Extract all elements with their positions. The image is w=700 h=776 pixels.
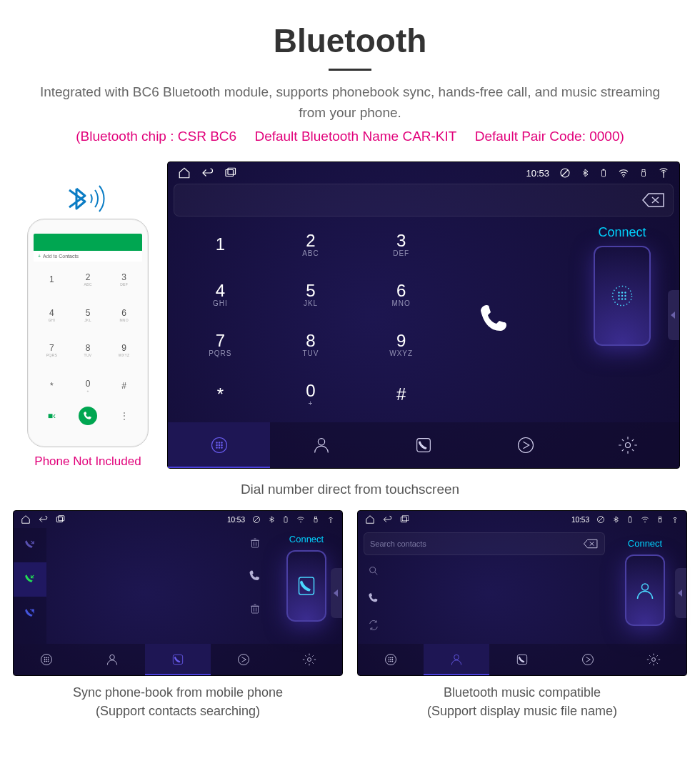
head-unit-main: 10:53 12ABC3DEF4GHI5JKL6MNO7PQRS8TUV9WXY… <box>167 161 680 469</box>
key-8[interactable]: 8TUV <box>266 319 356 368</box>
tab-dialed-calls[interactable] <box>14 597 46 631</box>
svg-rect-57 <box>173 655 182 664</box>
delete-entry-icon[interactable] <box>249 537 261 552</box>
nav-contacts[interactable] <box>79 644 145 675</box>
sync-icon[interactable] <box>368 620 601 634</box>
svg-point-78 <box>389 661 389 662</box>
nav-call-log[interactable] <box>372 422 474 468</box>
key-7[interactable]: 7PQRS <box>34 333 70 369</box>
bluetooth-status-icon <box>612 515 619 524</box>
svg-point-58 <box>239 655 249 665</box>
key-4[interactable]: 4GHI <box>34 297 70 333</box>
key-#[interactable]: # <box>356 369 446 418</box>
svg-point-23 <box>216 444 216 445</box>
key-3[interactable]: 3DEF <box>106 262 142 297</box>
nav-music[interactable] <box>211 644 276 675</box>
bottom-nav <box>358 644 686 675</box>
key-5[interactable]: 5JKL <box>266 269 356 318</box>
key-9[interactable]: 9WXYZ <box>356 319 446 368</box>
nav-settings[interactable] <box>621 644 686 675</box>
key-8[interactable]: 8TUV <box>70 333 106 369</box>
search-icon[interactable] <box>368 565 601 579</box>
back-icon[interactable] <box>382 514 392 524</box>
bluetooth-phone-icon[interactable] <box>286 550 326 622</box>
nav-call-log[interactable] <box>145 644 211 675</box>
svg-point-16 <box>618 298 619 299</box>
key-2[interactable]: 2ABC <box>70 262 106 297</box>
nav-contacts[interactable] <box>424 644 489 675</box>
nav-call-log[interactable] <box>489 644 555 675</box>
tab-missed-calls[interactable] <box>14 528 46 562</box>
back-icon[interactable] <box>38 514 48 524</box>
svg-point-53 <box>44 661 45 662</box>
back-icon[interactable] <box>201 166 214 179</box>
key-0[interactable]: 0+ <box>70 368 106 404</box>
nav-dialer[interactable] <box>358 644 424 675</box>
key-7[interactable]: 7PQRS <box>175 319 266 368</box>
usb-icon <box>656 515 664 524</box>
bluetooth-status-icon <box>268 515 275 524</box>
key-1[interactable]: 1 <box>34 262 70 297</box>
key-#[interactable]: # <box>106 368 142 404</box>
bottom-nav <box>168 422 679 468</box>
home-icon[interactable] <box>21 514 31 524</box>
backspace-button[interactable] <box>641 192 666 208</box>
recents-icon[interactable] <box>399 514 409 524</box>
svg-point-14 <box>621 295 623 297</box>
key-*[interactable]: * <box>34 368 70 404</box>
mute-icon <box>596 515 605 524</box>
battery-icon <box>282 515 289 524</box>
connect-label[interactable]: Connect <box>598 225 646 240</box>
tab-received-calls[interactable] <box>14 562 46 597</box>
add-to-contacts-row: + Add to Contacts <box>34 251 142 262</box>
key-6[interactable]: 6MNO <box>106 297 142 333</box>
key-0[interactable]: 0+ <box>266 369 356 418</box>
drawer-handle[interactable] <box>675 568 686 618</box>
connect-label[interactable]: Connect <box>289 534 324 544</box>
nav-dialer[interactable] <box>14 644 79 675</box>
svg-point-52 <box>48 660 49 660</box>
recents-icon[interactable] <box>55 514 65 524</box>
key-6[interactable]: 6MNO <box>356 269 446 318</box>
bluetooth-phone-icon[interactable] <box>625 554 665 626</box>
key-1[interactable]: 1 <box>175 219 266 268</box>
search-contacts-input[interactable]: Search contacts <box>364 532 605 555</box>
drawer-handle[interactable] <box>668 290 679 340</box>
key-2[interactable]: 2ABC <box>266 219 356 268</box>
nav-dialer[interactable] <box>168 422 270 468</box>
backspace-button[interactable] <box>583 539 599 549</box>
call-button[interactable] <box>452 219 538 419</box>
smartphone-statusbar <box>34 234 142 251</box>
home-icon[interactable] <box>178 166 191 179</box>
nav-music[interactable] <box>555 644 621 675</box>
nav-music[interactable] <box>475 422 577 468</box>
key-4[interactable]: 4GHI <box>175 269 266 318</box>
spec-chip: (Bluetooth chip : CSR BC6 <box>76 129 236 144</box>
call-icon[interactable] <box>249 569 261 585</box>
recents-icon[interactable] <box>224 166 236 179</box>
home-icon[interactable] <box>365 514 375 524</box>
bluetooth-phone-icon[interactable] <box>594 246 651 346</box>
delete-all-icon[interactable] <box>249 602 261 618</box>
svg-point-38 <box>301 522 301 522</box>
svg-point-15 <box>624 295 626 297</box>
svg-rect-45 <box>299 577 314 595</box>
key-9[interactable]: 9WXYZ <box>106 333 142 369</box>
svg-point-79 <box>391 661 391 662</box>
nav-contacts[interactable] <box>270 422 372 468</box>
head-unit-contacts: 10:53 Search contacts <box>357 510 687 676</box>
drawer-handle[interactable] <box>331 568 342 618</box>
nav-settings[interactable] <box>577 422 679 468</box>
svg-point-12 <box>624 292 626 293</box>
svg-point-68 <box>675 519 676 519</box>
call-icon[interactable] <box>368 592 601 607</box>
nav-settings[interactable] <box>276 644 342 675</box>
svg-point-49 <box>48 657 49 658</box>
svg-rect-3 <box>602 170 606 176</box>
key-3[interactable]: 3DEF <box>356 219 446 268</box>
svg-point-8 <box>663 172 664 174</box>
key-5[interactable]: 5JKL <box>70 297 106 333</box>
key-*[interactable]: * <box>175 369 266 418</box>
svg-rect-7 <box>642 172 646 176</box>
connect-label[interactable]: Connect <box>628 538 662 549</box>
